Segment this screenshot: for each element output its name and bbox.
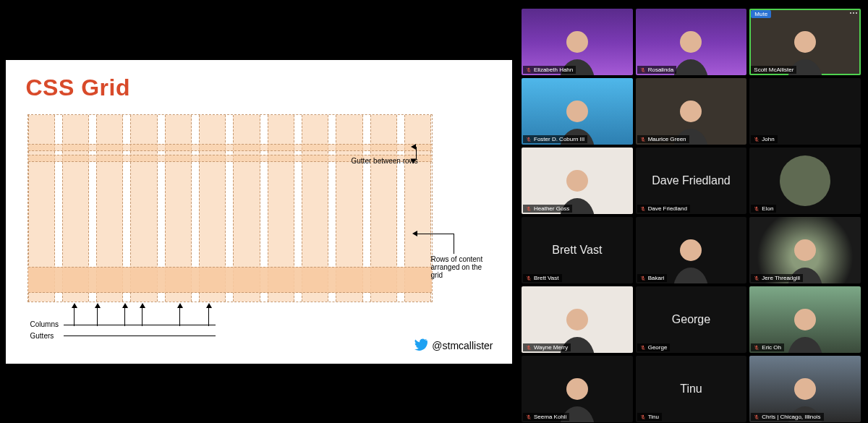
name-tag: Heather Goss xyxy=(523,205,572,213)
participant-name: George xyxy=(648,344,668,351)
participant-tile[interactable]: Heather Goss xyxy=(522,148,633,214)
name-tag: Bakari xyxy=(637,274,668,282)
css-grid-diagram xyxy=(27,114,433,302)
participant-name: Scott McAllister xyxy=(754,67,793,73)
mic-muted-icon xyxy=(526,414,532,420)
participant-name: Dave Friedland xyxy=(648,205,687,212)
twitter-icon xyxy=(414,338,427,354)
annotation-gutter-rows: Gutter between rows xyxy=(352,157,418,165)
mic-muted-icon xyxy=(754,414,760,420)
participant-tile[interactable]: Rosalinda xyxy=(636,9,747,75)
participant-name: Chris | Chicago, Illinois xyxy=(762,414,820,420)
participant-name: Eric Oh xyxy=(762,344,781,351)
participant-tile[interactable]: Mute⋯Scott McAllister xyxy=(749,9,861,75)
participant-tile[interactable]: Chris | Chicago, Illinois xyxy=(749,356,861,422)
name-tag: Dave Friedland xyxy=(637,205,690,213)
mic-muted-icon xyxy=(526,206,532,212)
name-tag: Brett Vast xyxy=(523,274,562,282)
name-tag: George xyxy=(637,343,671,351)
participant-name: Seema Kohli xyxy=(534,414,566,420)
participant-tile[interactable]: Elizabeth Hahn xyxy=(522,9,633,75)
annotation-columns: Columns xyxy=(30,320,59,328)
mic-muted-icon xyxy=(754,206,760,212)
name-tag: Chris | Chicago, Illinois xyxy=(751,413,823,421)
name-tag: John xyxy=(751,135,777,143)
participant-tile[interactable]: TinuTinu xyxy=(636,356,747,422)
participant-name: Rosalinda xyxy=(648,67,674,73)
participant-name: Elon xyxy=(762,205,773,212)
mic-muted-icon xyxy=(640,414,646,420)
participant-tile[interactable]: Dave FriedlandDave Friedland xyxy=(636,148,747,214)
mic-muted-icon xyxy=(640,275,646,281)
participant-tile[interactable]: Elon xyxy=(749,148,861,214)
name-tag: Elizabeth Hahn xyxy=(523,66,576,74)
participant-tile[interactable]: Maurice Green xyxy=(636,78,747,145)
mic-muted-icon xyxy=(640,67,646,73)
annotation-gutters: Gutters xyxy=(30,332,54,340)
mic-muted-icon xyxy=(526,275,532,281)
participant-name: John xyxy=(762,136,774,142)
twitter-handle-text: @stmcallister xyxy=(432,340,493,351)
avatar xyxy=(780,155,830,206)
mic-muted-icon xyxy=(640,345,646,351)
participant-name: Bakari xyxy=(648,275,665,281)
name-tag: Scott McAllister xyxy=(751,66,796,74)
participant-name: Brett Vast xyxy=(534,275,559,281)
shared-screen: CSS Grid Gutter between rows Rows of con… xyxy=(0,0,517,423)
mic-muted-icon xyxy=(754,137,760,142)
participant-name: Maurice Green xyxy=(648,136,686,142)
name-tag: Seema Kohli xyxy=(523,413,569,421)
mic-muted-icon xyxy=(526,67,532,73)
twitter-handle: @stmcallister xyxy=(414,338,493,354)
mic-muted-icon xyxy=(754,275,760,281)
participant-tile[interactable]: Wayne Merry xyxy=(522,286,633,353)
participant-tile[interactable]: Eric Oh xyxy=(749,286,861,353)
participant-name: Elizabeth Hahn xyxy=(534,67,573,73)
participant-tile[interactable]: John xyxy=(749,78,861,145)
participant-tile[interactable]: Foster D. Coburn III xyxy=(522,78,633,145)
participant-tile[interactable]: Bakari xyxy=(636,217,747,283)
slide: CSS Grid Gutter between rows Rows of con… xyxy=(6,60,512,364)
name-tag: Foster D. Coburn III xyxy=(523,135,587,143)
participant-name: Foster D. Coburn III xyxy=(534,136,584,142)
participant-name: Heather Goss xyxy=(534,205,569,212)
name-tag: Tinu xyxy=(637,413,662,421)
mic-muted-icon xyxy=(754,345,760,351)
participant-name: Jere Threadgill xyxy=(762,275,800,281)
name-tag: Wayne Merry xyxy=(523,343,571,351)
name-tag: Maurice Green xyxy=(637,135,689,143)
name-tag: Elon xyxy=(751,205,776,213)
participant-tile[interactable]: Brett VastBrett Vast xyxy=(522,217,633,283)
slide-title: CSS Grid xyxy=(26,74,492,101)
participant-gallery: Elizabeth HahnRosalindaMute⋯Scott McAlli… xyxy=(517,0,868,423)
annotation-rows-content: Rows of content arranged on the grid xyxy=(431,255,496,279)
name-tag: Jere Threadgill xyxy=(751,274,803,282)
mic-muted-icon xyxy=(526,345,532,351)
mic-muted-icon xyxy=(640,137,646,142)
participant-name: Tinu xyxy=(648,414,659,420)
name-tag: Eric Oh xyxy=(751,343,784,351)
mic-muted-icon xyxy=(526,137,532,142)
name-tag: Rosalinda xyxy=(637,66,677,74)
mic-muted-icon xyxy=(640,206,646,212)
participant-tile[interactable]: GeorgeGeorge xyxy=(636,286,747,353)
participant-tile[interactable]: Seema Kohli xyxy=(522,356,633,422)
participant-name: Wayne Merry xyxy=(534,344,568,351)
participant-tile[interactable]: Jere Threadgill xyxy=(749,217,861,283)
